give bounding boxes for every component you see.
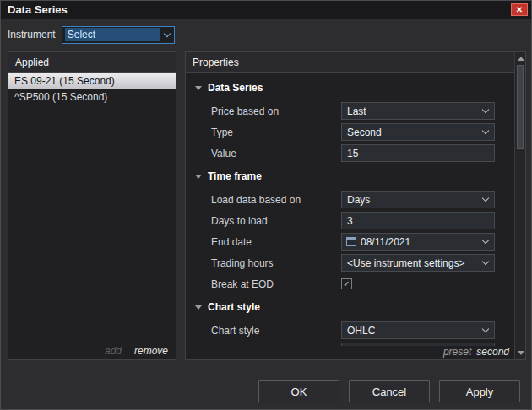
applied-panel: Applied ES 09-21 (15 Second) ^SP500 (15 …	[8, 51, 176, 360]
property-label: Type	[211, 127, 341, 138]
property-label: Load data based on	[211, 194, 341, 206]
window-title: Data Series	[8, 3, 68, 16]
arrow-down-icon	[518, 351, 524, 355]
row-break-at-eod: Break at EOD ✓	[186, 273, 513, 294]
property-label: Value	[211, 148, 341, 159]
properties-content: Data Series Price based on Last Type Sec…	[186, 73, 513, 346]
data-series-dialog: Data Series ✕ Instrument Select Applied …	[0, 0, 532, 410]
section-title: Data Series	[208, 82, 263, 94]
arrow-up-icon	[518, 57, 524, 61]
collapse-triangle-icon	[195, 175, 202, 179]
property-label: Price based on	[211, 105, 341, 117]
apply-button[interactable]: Apply	[439, 380, 520, 402]
close-button[interactable]: ✕	[511, 3, 528, 16]
property-label: End date	[211, 236, 341, 248]
instrument-row: Instrument Select	[8, 25, 175, 44]
break-at-eod-checkbox[interactable]: ✓	[341, 278, 352, 289]
section-title: Chart style	[208, 301, 260, 313]
scrollbar-thumb[interactable]	[517, 65, 524, 149]
row-end-date: End date 08/11/2021	[186, 231, 513, 252]
property-label: Break at EOD	[211, 278, 341, 290]
load-data-based-on-value: Days	[342, 194, 483, 206]
chevron-down-icon	[163, 30, 170, 36]
applied-list: ES 09-21 (15 Second) ^SP500 (15 Second)	[8, 73, 176, 341]
footer-buttons: OK Cancel Apply	[258, 380, 520, 402]
calendar-icon	[346, 237, 356, 246]
instrument-select[interactable]: Select	[62, 26, 175, 44]
properties-scrollbar[interactable]	[514, 52, 525, 359]
preset-link[interactable]: preset	[443, 346, 471, 358]
titlebar[interactable]: Data Series ✕	[1, 1, 531, 19]
price-based-on-select[interactable]: Last	[341, 102, 495, 120]
property-label: Days to load	[211, 215, 341, 227]
row-price-based-on: Price based on Last	[186, 100, 513, 121]
trading-hours-select[interactable]: <Use instrument settings>	[341, 254, 495, 272]
row-days-to-load: Days to load 3	[186, 210, 513, 231]
instrument-value: Select	[65, 28, 160, 41]
property-label: Bar width	[211, 346, 341, 347]
load-data-based-on-select[interactable]: Days	[341, 191, 495, 208]
chevron-down-icon	[482, 326, 489, 332]
row-chart-style: Chart style OHLC	[186, 320, 513, 341]
list-item-es-0921[interactable]: ES 09-21 (15 Second)	[8, 73, 176, 89]
value-input[interactable]: 15	[341, 144, 495, 162]
instrument-label: Instrument	[8, 29, 56, 40]
scroll-down-button[interactable]	[515, 348, 526, 359]
scroll-up-button[interactable]	[515, 53, 526, 64]
properties-panel: Properties Data Series Price based on La…	[185, 51, 526, 360]
chevron-down-icon	[482, 237, 489, 244]
section-title: Time frame	[208, 170, 262, 182]
applied-header: Applied	[8, 52, 176, 73]
days-to-load-text: 3	[342, 215, 494, 227]
chevron-down-icon	[482, 195, 489, 202]
chevron-down-icon	[482, 127, 489, 134]
add-link[interactable]: add	[105, 345, 122, 357]
applied-actions: add remove	[105, 345, 168, 357]
price-based-on-value: Last	[342, 105, 483, 117]
section-chart-style[interactable]: Chart style	[186, 294, 513, 320]
list-item-sp500[interactable]: ^SP500 (15 Second)	[8, 89, 176, 105]
type-select[interactable]: Second	[341, 123, 495, 141]
row-trading-hours: Trading hours <Use instrument settings>	[186, 252, 513, 273]
trading-hours-value: <Use instrument settings>	[342, 257, 483, 269]
row-load-data-based-on: Load data based on Days	[186, 189, 513, 210]
properties-header: Properties	[186, 52, 525, 73]
remove-link[interactable]: remove	[134, 345, 168, 357]
property-label: Chart style	[211, 325, 341, 337]
days-to-load-input[interactable]: 3	[341, 212, 495, 229]
row-type: Type Second	[186, 121, 513, 143]
property-label: Trading hours	[211, 257, 341, 269]
checkmark-icon: ✓	[343, 280, 350, 289]
value-text: 15	[342, 148, 494, 159]
chart-style-select[interactable]: OHLC	[341, 321, 495, 339]
break-at-eod-cell: ✓	[341, 278, 495, 289]
end-date-picker[interactable]: 08/11/2021	[341, 233, 495, 251]
type-value: Second	[342, 127, 483, 138]
instrument-dropdown-button[interactable]	[160, 27, 174, 43]
collapse-triangle-icon	[195, 86, 202, 90]
collapse-triangle-icon	[195, 305, 202, 310]
preset-second-link[interactable]: second	[476, 346, 509, 358]
chevron-down-icon	[482, 106, 489, 113]
preset-links: preset second	[443, 346, 509, 358]
row-value: Value 15	[186, 143, 513, 164]
cancel-button[interactable]: Cancel	[349, 380, 430, 402]
section-data-series[interactable]: Data Series	[186, 75, 513, 100]
section-time-frame[interactable]: Time frame	[186, 164, 513, 189]
ok-button[interactable]: OK	[258, 380, 339, 402]
close-icon: ✕	[516, 6, 523, 14]
chart-style-value: OHLC	[342, 325, 483, 337]
chevron-down-icon	[482, 258, 489, 265]
end-date-value: 08/11/2021	[356, 236, 483, 248]
